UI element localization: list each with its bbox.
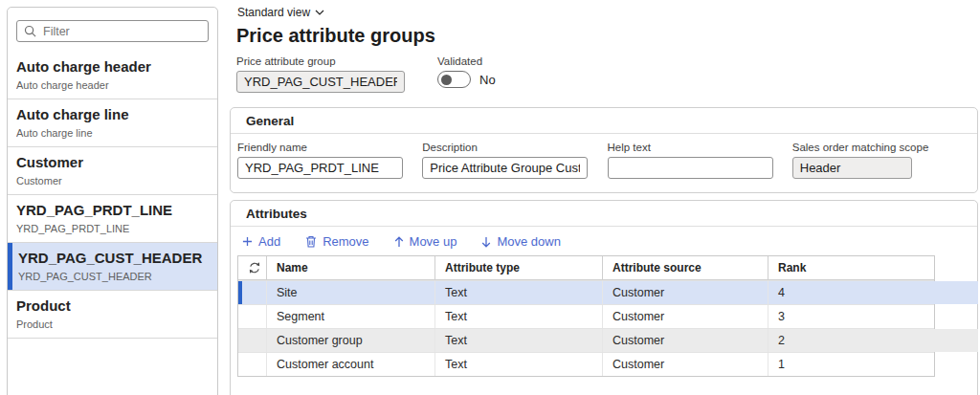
add-button[interactable]: Add bbox=[242, 234, 280, 249]
view-selector-label: Standard view bbox=[237, 6, 310, 19]
cell-name: Customer group bbox=[267, 329, 435, 352]
description-field: Description bbox=[422, 142, 607, 179]
sales-order-matching-scope-input bbox=[792, 157, 912, 179]
cell-attribute-type: Text bbox=[435, 353, 603, 376]
cell-name: Site bbox=[267, 281, 435, 304]
cell-attribute-source: Customer bbox=[603, 353, 768, 376]
sidebar-item-customer[interactable]: Customer Customer bbox=[8, 147, 217, 195]
attributes-grid: Name Attribute type Attribute source Ran… bbox=[237, 255, 935, 377]
cell-rank: 3 bbox=[768, 305, 934, 328]
help-text-input[interactable] bbox=[608, 157, 773, 179]
item-subtitle: YRD_PAG_PRDT_LINE bbox=[16, 222, 210, 235]
description-input[interactable] bbox=[422, 157, 588, 179]
item-subtitle: Auto charge line bbox=[16, 126, 210, 140]
cell-name: Customer account bbox=[267, 353, 435, 376]
refresh-icon bbox=[248, 261, 261, 274]
cell-attribute-type: Text bbox=[435, 329, 603, 352]
cell-attribute-source: Customer bbox=[603, 305, 768, 328]
grid-header-row: Name Attribute type Attribute source Ran… bbox=[238, 256, 934, 280]
friendly-name-label: Friendly name bbox=[237, 142, 422, 153]
row-selector-cell bbox=[242, 329, 267, 352]
item-title: Customer bbox=[16, 153, 210, 171]
item-title: YRD_PAG_CUST_HEADER bbox=[16, 249, 210, 267]
arrow-up-icon bbox=[394, 236, 404, 248]
price-attribute-group-input bbox=[236, 71, 405, 93]
general-section-header: General bbox=[231, 108, 977, 134]
cell-attribute-source: Customer bbox=[603, 329, 768, 352]
item-subtitle: Product bbox=[16, 318, 210, 331]
validated-toggle[interactable] bbox=[437, 71, 471, 88]
remove-button-label: Remove bbox=[323, 234, 368, 249]
sales-order-matching-scope-label: Sales order matching scope bbox=[792, 142, 977, 153]
help-text-label: Help text bbox=[608, 142, 792, 153]
cell-name: Segment bbox=[267, 305, 435, 328]
attributes-section-header: Attributes bbox=[231, 201, 977, 227]
sales-order-matching-scope-field: Sales order matching scope bbox=[792, 142, 977, 179]
table-row[interactable]: Customer group Text Customer 2 bbox=[238, 328, 934, 352]
row-selector-cell bbox=[242, 281, 267, 304]
general-section: General Friendly name Description Help t… bbox=[230, 107, 978, 193]
search-icon bbox=[24, 25, 36, 37]
sidebar-item-auto-charge-line[interactable]: Auto charge line Auto charge line bbox=[8, 99, 217, 147]
move-up-button-label: Move up bbox=[410, 234, 457, 249]
table-row[interactable]: Segment Text Customer 3 bbox=[238, 304, 934, 328]
friendly-name-input[interactable] bbox=[237, 157, 403, 179]
item-subtitle: YRD_PAG_CUST_HEADER bbox=[16, 270, 210, 283]
column-header-rank[interactable]: Rank bbox=[768, 256, 934, 279]
item-title: Product bbox=[16, 296, 210, 315]
record-list-sidebar: Auto charge header Auto charge header Au… bbox=[7, 7, 218, 395]
item-title: Auto charge header bbox=[16, 57, 210, 76]
validated-state: No bbox=[479, 73, 496, 87]
attributes-section: Attributes Add Remove Move up Move down bbox=[230, 200, 978, 395]
filter-field bbox=[16, 20, 209, 42]
cell-attribute-type: Text bbox=[435, 305, 603, 328]
row-selector-cell bbox=[242, 305, 267, 328]
move-down-button[interactable]: Move down bbox=[481, 234, 560, 249]
trash-icon bbox=[305, 235, 317, 248]
cell-attribute-type: Text bbox=[435, 281, 603, 304]
friendly-name-field: Friendly name bbox=[237, 142, 422, 179]
table-row[interactable]: Customer account Text Customer 1 bbox=[238, 352, 934, 376]
attributes-toolbar: Add Remove Move up Move down bbox=[231, 227, 977, 255]
add-button-label: Add bbox=[258, 234, 280, 249]
sidebar-item-yrd-pag-prdt-line[interactable]: YRD_PAG_PRDT_LINE YRD_PAG_PRDT_LINE bbox=[8, 195, 217, 243]
price-attribute-group-field: Price attribute group bbox=[236, 55, 405, 93]
item-subtitle: Auto charge header bbox=[16, 78, 210, 92]
table-row[interactable]: Site Text Customer 4 bbox=[238, 280, 934, 304]
remove-button[interactable]: Remove bbox=[305, 234, 368, 249]
arrow-down-icon bbox=[481, 236, 491, 248]
chevron-down-icon bbox=[315, 10, 324, 15]
sidebar-item-product[interactable]: Product Product bbox=[8, 291, 217, 339]
help-text-field: Help text bbox=[608, 142, 792, 179]
cell-rank: 2 bbox=[768, 329, 934, 352]
description-label: Description bbox=[422, 142, 607, 153]
column-header-attribute-source[interactable]: Attribute source bbox=[603, 256, 768, 279]
page-title: Price attribute groups bbox=[236, 25, 435, 47]
plus-icon bbox=[242, 236, 253, 247]
move-up-button[interactable]: Move up bbox=[394, 234, 457, 249]
item-subtitle: Customer bbox=[16, 174, 210, 187]
filter-input[interactable] bbox=[16, 20, 209, 42]
cell-attribute-source: Customer bbox=[603, 281, 768, 304]
row-selector-cell bbox=[242, 353, 267, 376]
cell-rank: 4 bbox=[768, 281, 934, 304]
column-header-name[interactable]: Name bbox=[267, 256, 435, 279]
move-down-button-label: Move down bbox=[497, 234, 560, 249]
price-attribute-group-label: Price attribute group bbox=[236, 55, 405, 67]
item-title: YRD_PAG_PRDT_LINE bbox=[16, 201, 210, 219]
sidebar-item-auto-charge-header[interactable]: Auto charge header Auto charge header bbox=[8, 52, 217, 99]
validated-label: Validated bbox=[437, 55, 552, 67]
toggle-knob bbox=[441, 75, 452, 85]
cell-rank: 1 bbox=[768, 353, 934, 376]
sidebar-item-yrd-pag-cust-header[interactable]: YRD_PAG_CUST_HEADER YRD_PAG_CUST_HEADER bbox=[8, 243, 217, 291]
validated-field: Validated No bbox=[437, 55, 552, 88]
refresh-button[interactable] bbox=[242, 256, 267, 279]
item-title: Auto charge line bbox=[16, 105, 210, 123]
view-selector[interactable]: Standard view bbox=[237, 6, 324, 19]
column-header-attribute-type[interactable]: Attribute type bbox=[435, 256, 603, 279]
